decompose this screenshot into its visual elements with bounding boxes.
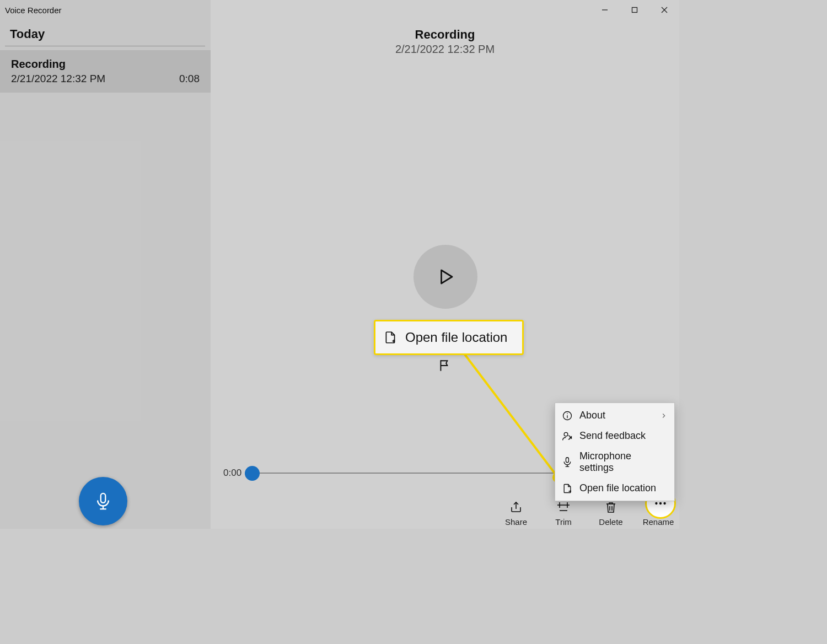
recording-item-datetime: 2/21/2022 12:32 PM	[11, 73, 105, 85]
add-marker-button[interactable]	[438, 358, 452, 375]
menu-item-open-file-location[interactable]: Open file location	[555, 478, 674, 498]
timeline-start-label: 0:00	[223, 468, 241, 479]
app-title: Voice Recorder	[0, 0, 211, 22]
menu-item-send-feedback[interactable]: Send feedback	[555, 426, 674, 446]
menu-item-about[interactable]: About	[555, 405, 674, 426]
close-button[interactable]	[649, 0, 679, 20]
svg-point-26	[567, 413, 568, 414]
svg-point-23	[663, 502, 665, 505]
feedback-icon	[562, 431, 573, 442]
background-fill-right	[679, 0, 827, 529]
share-label: Share	[505, 517, 527, 527]
voice-recorder-window: Voice Recorder Today Recording 2/21/2022…	[0, 0, 679, 529]
recording-item-duration: 0:08	[179, 73, 200, 85]
recordings-sidebar: Voice Recorder Today Recording 2/21/2022…	[0, 0, 211, 529]
microphone-icon	[562, 457, 573, 468]
menu-about-label: About	[579, 410, 605, 421]
close-icon	[660, 6, 668, 14]
highlight-open-file-location: Open file location	[374, 320, 524, 355]
svg-point-21	[655, 502, 657, 505]
svg-marker-7	[442, 270, 453, 283]
main-panel: Recording 2/21/2022 12:32 PM Open file l…	[211, 0, 679, 529]
recording-datetime: 2/21/2022 12:32 PM	[211, 43, 679, 56]
svg-rect-0	[101, 493, 106, 503]
share-button[interactable]: Share	[501, 501, 531, 527]
maximize-icon	[631, 6, 638, 14]
svg-rect-28	[566, 458, 568, 463]
svg-point-22	[659, 502, 662, 505]
menu-mic-label: Microphone settings	[579, 450, 668, 474]
timeline-thumb[interactable]	[245, 466, 260, 481]
svg-point-27	[564, 432, 568, 436]
play-button[interactable]	[414, 245, 477, 309]
trim-label: Trim	[555, 517, 571, 527]
trash-icon	[605, 501, 617, 514]
trim-button[interactable]: Trim	[548, 501, 579, 527]
more-menu: About Send feedback Microphone settings …	[555, 402, 675, 501]
recording-title: Recording	[211, 28, 679, 42]
minimize-button[interactable]	[590, 0, 620, 20]
play-icon	[436, 267, 455, 287]
open-file-location-icon	[383, 330, 398, 345]
microphone-icon	[94, 492, 112, 511]
menu-feedback-label: Send feedback	[579, 430, 646, 442]
chevron-right-icon	[660, 412, 668, 420]
sidebar-group-today: Today	[5, 22, 205, 46]
recording-header: Recording 2/21/2022 12:32 PM	[211, 28, 679, 56]
menu-open-label: Open file location	[579, 482, 656, 494]
open-file-location-icon	[562, 483, 573, 494]
flag-icon	[438, 358, 452, 373]
recording-list-item[interactable]: Recording 2/21/2022 12:32 PM 0:08	[0, 50, 211, 93]
window-controls	[590, 0, 679, 20]
maximize-button[interactable]	[620, 0, 649, 20]
record-button[interactable]	[79, 477, 127, 525]
highlight-label: Open file location	[405, 330, 507, 345]
menu-item-microphone-settings[interactable]: Microphone settings	[555, 446, 674, 478]
minimize-icon	[601, 6, 609, 14]
info-icon	[562, 410, 573, 421]
svg-rect-4	[632, 8, 637, 13]
svg-line-9	[460, 348, 558, 477]
trim-icon	[556, 501, 571, 514]
background-fill-bottom	[0, 529, 827, 644]
share-icon	[509, 501, 523, 514]
delete-button[interactable]: Delete	[595, 501, 626, 527]
delete-label: Delete	[599, 517, 622, 527]
recording-item-title: Recording	[11, 58, 200, 71]
